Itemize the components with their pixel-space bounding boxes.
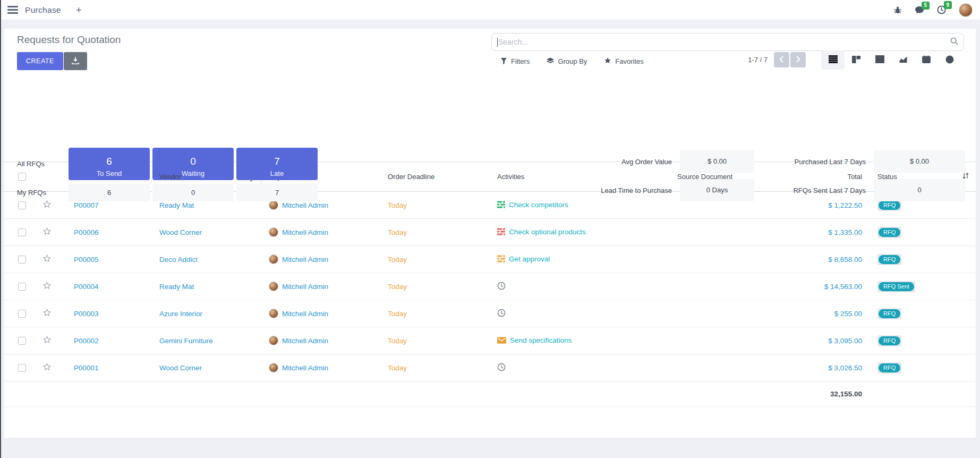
- favorite-star-icon[interactable]: [42, 308, 52, 319]
- group-by-button[interactable]: Group By: [547, 57, 587, 66]
- row-checkbox[interactable]: [18, 310, 26, 318]
- table-row[interactable]: P00005 Deco Addict Mitchell Admin Today …: [4, 246, 976, 273]
- search-options: Filters Group By Favorites: [500, 57, 644, 66]
- pager-next-button[interactable]: [790, 52, 806, 67]
- row-reference[interactable]: P00006: [74, 228, 99, 236]
- row-buyer[interactable]: Mitchell Admin: [282, 310, 328, 318]
- view-switcher: [821, 50, 961, 70]
- top-navbar: Purchase + 5 9: [0, 0, 980, 20]
- row-buyer[interactable]: Mitchell Admin: [282, 283, 328, 291]
- row-buyer[interactable]: Mitchell Admin: [282, 256, 328, 264]
- row-vendor[interactable]: Wood Corner: [159, 228, 202, 236]
- table-row[interactable]: P00004 Ready Mat Mitchell Admin Today $ …: [4, 273, 976, 300]
- column-header-order-deadline[interactable]: Order Deadline: [381, 162, 493, 192]
- row-reference[interactable]: P00005: [74, 256, 99, 264]
- activity-tasks-yellow-icon[interactable]: [497, 255, 505, 264]
- row-vendor[interactable]: Wood Corner: [159, 364, 202, 372]
- row-checkbox[interactable]: [18, 256, 26, 264]
- column-header-vendor[interactable]: Vendor: [148, 162, 261, 192]
- filters-button[interactable]: Filters: [500, 57, 530, 66]
- pivot-view-button[interactable]: [868, 50, 891, 70]
- graph-view-button[interactable]: [891, 50, 915, 70]
- activity-envelope-icon[interactable]: [497, 337, 506, 345]
- row-activity-label[interactable]: Send specifications: [510, 336, 572, 344]
- activity-tasks-green-icon[interactable]: [497, 201, 505, 210]
- row-buyer[interactable]: Mitchell Admin: [282, 337, 328, 345]
- star-icon: [604, 57, 611, 66]
- funnel-icon: [500, 57, 507, 66]
- row-reference[interactable]: P00002: [74, 337, 99, 345]
- row-buyer[interactable]: Mitchell Admin: [282, 364, 328, 372]
- grand-total: 32,155.00: [4, 381, 875, 407]
- apps-menu-icon[interactable]: [7, 6, 18, 14]
- messages-icon[interactable]: 5: [915, 6, 924, 14]
- row-total: $ 255.00: [834, 310, 862, 318]
- create-button[interactable]: CREATE: [17, 52, 63, 70]
- list-view-button[interactable]: [821, 50, 845, 70]
- app-name[interactable]: Purchase: [25, 5, 61, 15]
- row-reference[interactable]: P00001: [74, 364, 99, 372]
- row-checkbox[interactable]: [18, 364, 26, 372]
- activity-tasks-red-icon[interactable]: [497, 228, 505, 237]
- table-row[interactable]: P00001 Wood Corner Mitchell Admin Today …: [4, 354, 976, 381]
- row-checkbox[interactable]: [18, 337, 26, 345]
- user-avatar[interactable]: [959, 3, 973, 17]
- favorite-star-icon[interactable]: [42, 254, 52, 265]
- table-row[interactable]: P00007 Ready Mat Mitchell Admin Today Ch…: [4, 192, 976, 219]
- favorite-star-icon[interactable]: [42, 281, 52, 292]
- kpi-my-to-send[interactable]: 6: [69, 184, 150, 201]
- calendar-view-button[interactable]: [915, 50, 938, 70]
- favorites-button[interactable]: Favorites: [604, 57, 643, 66]
- pager: 1-7 / 7: [748, 52, 806, 67]
- table-row[interactable]: P00003 Azure Interior Mitchell Admin Tod…: [4, 300, 976, 327]
- buyer-avatar: [269, 200, 278, 210]
- row-activity-label[interactable]: Check competitors: [509, 201, 568, 209]
- activity-clock-icon[interactable]: [497, 309, 506, 319]
- buyer-avatar: [269, 255, 278, 264]
- row-activity-label[interactable]: Check optional products: [509, 228, 586, 236]
- row-reference[interactable]: P00003: [74, 310, 99, 318]
- favorite-star-icon[interactable]: [42, 362, 52, 373]
- search-input[interactable]: [498, 38, 950, 46]
- row-checkbox[interactable]: [18, 228, 26, 236]
- avg-order-value-label: Avg Order Value: [534, 158, 672, 166]
- pager-previous-button[interactable]: [774, 52, 789, 67]
- status-badge-label: RFQ: [879, 201, 900, 210]
- kpi-to-send[interactable]: 6 To Send: [69, 148, 150, 180]
- rfq-table-body: P00007 Ready Mat Mitchell Admin Today Ch…: [4, 192, 976, 381]
- activity-view-button[interactable]: [938, 50, 961, 70]
- new-tab-button[interactable]: +: [76, 5, 82, 15]
- favorite-star-icon[interactable]: [42, 335, 52, 346]
- kanban-view-icon: [852, 56, 860, 65]
- row-vendor[interactable]: Azure Interior: [159, 310, 202, 318]
- row-checkbox[interactable]: [18, 201, 26, 209]
- purchase-dashboard: All RFQs My RFQs 6 To Send 0 Waiting 7 L…: [4, 84, 976, 162]
- buyer-avatar: [269, 336, 278, 345]
- row-reference[interactable]: P00004: [74, 283, 99, 291]
- status-badge: RFQ: [877, 362, 901, 374]
- table-row[interactable]: P00006 Wood Corner Mitchell Admin Today …: [4, 219, 976, 246]
- row-reference[interactable]: P00007: [74, 201, 99, 209]
- row-buyer[interactable]: Mitchell Admin: [282, 201, 328, 209]
- search-icon[interactable]: [950, 37, 958, 47]
- favorite-star-icon[interactable]: [42, 200, 52, 210]
- row-checkbox[interactable]: [18, 283, 26, 291]
- row-vendor[interactable]: Ready Mat: [159, 283, 194, 291]
- row-buyer[interactable]: Mitchell Admin: [282, 228, 328, 236]
- debug-bug-icon[interactable]: [893, 6, 902, 14]
- favorite-star-icon[interactable]: [42, 227, 52, 238]
- rfq-list: Reference Vendor Buyer Order Deadline Ac…: [4, 162, 976, 407]
- search-bar[interactable]: [491, 33, 964, 51]
- activities-clock-icon[interactable]: 9: [937, 5, 946, 14]
- row-activity-label[interactable]: Get approval: [509, 255, 550, 263]
- layers-icon: [547, 57, 554, 66]
- select-all-checkbox[interactable]: [18, 173, 26, 181]
- table-row[interactable]: P00002 Gemini Furniture Mitchell Admin T…: [4, 327, 976, 354]
- export-button[interactable]: [64, 52, 87, 70]
- activity-clock-icon[interactable]: [497, 282, 506, 292]
- row-vendor[interactable]: Gemini Furniture: [159, 337, 213, 345]
- row-vendor[interactable]: Deco Addict: [159, 256, 198, 264]
- row-vendor[interactable]: Ready Mat: [159, 201, 194, 209]
- activity-clock-icon[interactable]: [497, 363, 506, 373]
- kanban-view-button[interactable]: [845, 50, 868, 70]
